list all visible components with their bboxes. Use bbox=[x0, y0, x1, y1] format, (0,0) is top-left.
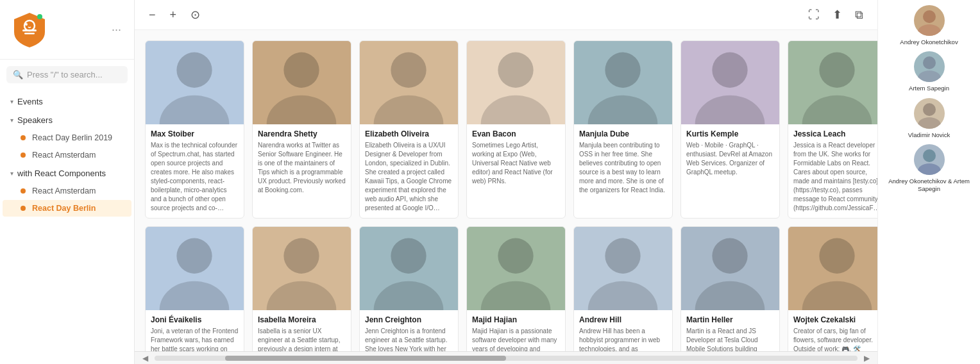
speaker-card: Wojtek CzekalskiCreator of cars, big fan… bbox=[788, 226, 877, 351]
expand-icon: ▾ bbox=[10, 98, 13, 105]
search-bar[interactable]: 🔍 Press "/" to search... bbox=[6, 66, 128, 83]
speaker-desc: Web · Mobile · GraphQL · enthusiast. Dev… bbox=[686, 141, 774, 177]
sidebar-item-label: React Amsterdam bbox=[32, 151, 96, 160]
speaker-desc: Manjula been contributing to OSS in her … bbox=[579, 141, 667, 195]
svg-point-7 bbox=[283, 53, 319, 88]
content-area[interactable]: Max StoiberMax is the technical cofounde… bbox=[135, 30, 877, 351]
speaker-info: Andrew HillAndrew Hill has been a hobbyi… bbox=[574, 310, 672, 351]
zoom-out-button[interactable]: − bbox=[145, 6, 160, 24]
svg-point-39 bbox=[712, 238, 747, 274]
speaker-card: Narendra ShettyNarendra works at Twitter… bbox=[252, 40, 351, 219]
speaker-photo bbox=[574, 227, 672, 310]
svg-point-10 bbox=[374, 95, 444, 124]
speaker-card: Martin HellerMartin is a React and JS De… bbox=[680, 226, 780, 351]
scroll-track bbox=[155, 356, 858, 361]
speaker-name: Evan Bacon bbox=[472, 129, 560, 138]
toolbar-right: ⛶ ⬆ ⧉ bbox=[804, 5, 867, 24]
speaker-desc: Sometimes Lego Artist, working at Expo (… bbox=[472, 141, 560, 186]
svg-point-35 bbox=[498, 238, 533, 274]
speaker-info: Evan BaconSometimes Lego Artist, working… bbox=[467, 124, 565, 191]
speaker-name: Kurtis Kemple bbox=[686, 129, 774, 138]
speaker-photo bbox=[360, 41, 458, 124]
speaker-info: Jessica LeachJessica is a React develope… bbox=[788, 124, 877, 218]
sidebar-item-with-react-components[interactable]: ▾ with React Components bbox=[3, 165, 131, 182]
speakers-row-1: Max StoiberMax is the technical cofounde… bbox=[145, 40, 877, 219]
speaker-photo bbox=[574, 41, 672, 124]
speaker-name: Manjula Dube bbox=[579, 129, 667, 138]
svg-point-34 bbox=[374, 281, 444, 310]
svg-point-59 bbox=[923, 56, 936, 69]
sidebar-item-label: with React Components bbox=[17, 169, 106, 178]
svg-point-62 bbox=[918, 117, 941, 129]
nav-section-events: ▾ Events bbox=[0, 93, 134, 110]
sidebar-item-react-amsterdam-1[interactable]: React Amsterdam bbox=[3, 147, 131, 163]
svg-point-6 bbox=[160, 95, 230, 124]
zoom-in-button[interactable]: + bbox=[166, 6, 181, 24]
speaker-desc: Max is the technical cofounder of Spectr… bbox=[151, 141, 239, 213]
item-dot bbox=[21, 153, 26, 158]
svg-point-18 bbox=[802, 95, 872, 124]
sidebar: ··· 🔍 Press "/" to search... ▾ Events ▾ … bbox=[0, 0, 135, 364]
svg-point-41 bbox=[819, 238, 854, 274]
speaker-name: Joni Évaikelis bbox=[151, 315, 239, 324]
sidebar-item-react-amsterdam-2[interactable]: React Amsterdam bbox=[3, 183, 131, 199]
avatar-name-3: Vladimir Novick bbox=[908, 131, 950, 139]
sidebar-item-react-day-berlin[interactable]: React Day Berlin bbox=[3, 200, 131, 217]
speaker-name: Andrew Hill bbox=[579, 315, 667, 324]
avatar-item-3: Vladimir Novick bbox=[883, 98, 975, 139]
sidebar-item-react-day-berlin-2019[interactable]: React Day Berlin 2019 bbox=[3, 129, 131, 146]
svg-point-60 bbox=[918, 70, 941, 82]
speaker-card: Jenn CreightonJenn Creighton is a fronte… bbox=[359, 226, 459, 351]
sidebar-item-speakers[interactable]: ▾ Speakers bbox=[3, 112, 131, 129]
speaker-card: Evan BaconSometimes Lego Artist, working… bbox=[466, 40, 566, 219]
svg-point-14 bbox=[588, 95, 658, 124]
speaker-card: Isabella MoreiraIsabella is a senior UX … bbox=[252, 226, 351, 351]
fit-button[interactable]: ⊙ bbox=[187, 5, 204, 24]
svg-point-8 bbox=[267, 95, 337, 124]
svg-point-64 bbox=[918, 163, 941, 175]
svg-point-13 bbox=[605, 53, 640, 88]
more-button[interactable]: ⧉ bbox=[851, 5, 867, 24]
svg-point-3 bbox=[25, 23, 28, 26]
speaker-desc: Jessica is a React developer from the UK… bbox=[793, 141, 877, 213]
speaker-card: Manjula DubeManjula been contributing to… bbox=[573, 40, 673, 219]
scroll-right-arrow[interactable]: ▶ bbox=[861, 352, 872, 364]
scroll-thumb bbox=[225, 356, 506, 361]
speaker-desc: Isabella is a senior UX engineer at a Se… bbox=[258, 327, 346, 351]
svg-point-15 bbox=[712, 53, 747, 88]
speaker-info: Kurtis KempleWeb · Mobile · GraphQL · en… bbox=[681, 124, 779, 182]
avatar-photo-3 bbox=[914, 98, 945, 129]
speaker-photo bbox=[788, 41, 877, 124]
speaker-info: Isabella MoreiraIsabella is a senior UX … bbox=[253, 310, 351, 351]
svg-point-5 bbox=[176, 53, 212, 88]
sidebar-item-events[interactable]: ▾ Events bbox=[3, 93, 131, 110]
svg-point-32 bbox=[267, 281, 337, 310]
svg-point-63 bbox=[923, 149, 936, 162]
sidebar-item-label: React Amsterdam bbox=[32, 186, 96, 195]
share-button[interactable]: ⬆ bbox=[829, 5, 846, 24]
speaker-card: Jessica LeachJessica is a React develope… bbox=[788, 40, 877, 219]
sidebar-item-label: React Day Berlin 2019 bbox=[32, 133, 112, 142]
speaker-info: Max StoiberMax is the technical cofounde… bbox=[146, 124, 244, 218]
speaker-name: Jenn Creighton bbox=[365, 315, 453, 324]
speaker-name: Elizabeth Oliveira bbox=[365, 129, 453, 138]
speaker-desc: Majid Hajian is a passionate software de… bbox=[472, 327, 560, 351]
search-placeholder: Press "/" to search... bbox=[27, 70, 103, 79]
expand-button[interactable]: ⛶ bbox=[804, 5, 824, 24]
avatar-photo-1 bbox=[914, 5, 945, 36]
avatar-photo-4 bbox=[914, 144, 945, 175]
nav-section-speakers: ▾ Speakers React Day Berlin 2019 React A… bbox=[0, 112, 134, 163]
svg-point-9 bbox=[391, 53, 426, 88]
speaker-desc: Jenn Creighton is a frontend engineer at… bbox=[365, 327, 453, 351]
speaker-desc: Martin is a React and JS Developer at Te… bbox=[686, 327, 774, 351]
svg-point-36 bbox=[481, 281, 551, 310]
sidebar-nav: ▾ Events ▾ Speakers React Day Berlin 201… bbox=[0, 90, 134, 364]
bottom-scrollbar[interactable]: ◀ ▶ bbox=[135, 351, 877, 364]
sidebar-menu-btn[interactable]: ··· bbox=[109, 21, 124, 39]
speaker-desc: Creator of cars, big fan of flowers, sof… bbox=[793, 327, 877, 351]
speaker-name: Majid Hajian bbox=[472, 315, 560, 324]
scroll-left-arrow[interactable]: ◀ bbox=[140, 352, 151, 364]
speaker-info: Majid HajianMajid Hajian is a passionate… bbox=[467, 310, 565, 351]
speaker-name: Max Stoiber bbox=[151, 129, 239, 138]
item-dot bbox=[21, 135, 26, 140]
